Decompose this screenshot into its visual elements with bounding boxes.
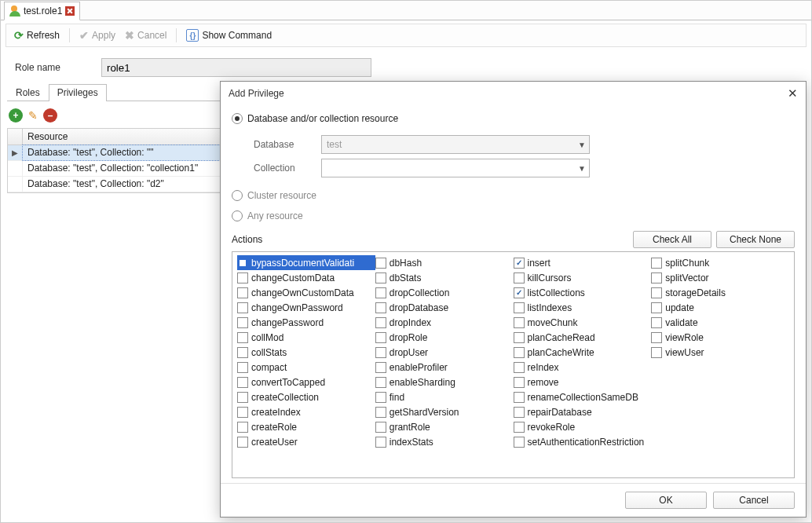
checkbox-icon (651, 287, 662, 298)
action-checkbox[interactable]: insert (514, 255, 652, 270)
action-checkbox[interactable]: repairDatabase (514, 404, 652, 419)
checkbox-icon (237, 317, 248, 328)
checkbox-icon (375, 347, 386, 358)
radio-cluster[interactable]: Cluster resource (232, 190, 795, 201)
action-checkbox[interactable]: changePassword (237, 315, 375, 330)
action-checkbox[interactable]: createIndex (237, 404, 375, 419)
action-checkbox[interactable]: moveChunk (514, 315, 652, 330)
action-checkbox[interactable]: bypassDocumentValidati (237, 255, 375, 270)
action-checkbox[interactable]: collStats (237, 345, 375, 360)
database-combo[interactable]: test ▼ (321, 135, 590, 154)
action-checkbox[interactable]: storageDetails (651, 285, 789, 300)
action-checkbox[interactable]: listIndexes (514, 300, 652, 315)
collection-combo[interactable]: ▼ (321, 159, 590, 177)
action-checkbox[interactable]: changeOwnPassword (237, 300, 375, 315)
checkbox-icon (375, 437, 386, 448)
checkbox-icon (237, 437, 248, 448)
edit-privilege-button[interactable]: ✎ (26, 108, 40, 123)
check-none-button[interactable]: Check None (716, 231, 795, 248)
action-checkbox[interactable]: createUser (237, 434, 375, 449)
actions-label: Actions (232, 234, 262, 245)
check-all-button[interactable]: Check All (633, 231, 711, 248)
action-label: moveChunk (528, 317, 578, 328)
refresh-button[interactable]: ⟳ Refresh (11, 27, 63, 43)
action-checkbox[interactable]: dropDatabase (375, 300, 514, 315)
action-checkbox[interactable]: viewRole (651, 330, 789, 345)
dialog-footer: OK Cancel (221, 483, 806, 517)
action-checkbox[interactable]: viewUser (651, 345, 789, 360)
action-checkbox[interactable]: createRole (237, 419, 375, 434)
action-checkbox[interactable]: dbStats (375, 270, 514, 285)
action-label: changeCustomData (251, 272, 335, 283)
action-checkbox[interactable]: dropCollection (375, 285, 514, 300)
checkbox-icon (375, 332, 386, 343)
action-label: compact (251, 362, 287, 373)
action-checkbox[interactable]: splitVector (651, 270, 789, 285)
row-indicator (8, 161, 23, 176)
action-label: createRole (251, 422, 297, 433)
row-indicator: ▶ (8, 145, 23, 160)
action-checkbox[interactable]: convertToCapped (237, 375, 375, 390)
checkbox-icon (514, 272, 525, 283)
checkbox-icon (375, 392, 386, 403)
checkbox-icon (514, 302, 525, 313)
action-checkbox[interactable]: killCursors (514, 270, 652, 285)
file-tab[interactable]: test.role1 (4, 2, 80, 20)
action-checkbox[interactable]: enableProfiler (375, 360, 514, 375)
action-checkbox[interactable]: indexStats (375, 434, 514, 449)
cancel-dialog-button[interactable]: Cancel (713, 492, 795, 509)
ok-button[interactable]: OK (625, 492, 707, 509)
action-checkbox[interactable]: splitChunk (651, 255, 789, 270)
tab-privileges[interactable]: Privileges (49, 84, 107, 101)
action-checkbox[interactable]: planCacheWrite (514, 345, 652, 360)
file-tab-label: test.role1 (24, 5, 62, 16)
action-checkbox[interactable]: compact (237, 360, 375, 375)
dirty-close-icon[interactable] (65, 6, 75, 16)
action-checkbox[interactable]: dropIndex (375, 315, 514, 330)
action-label: dropUser (390, 347, 428, 358)
action-checkbox[interactable]: update (651, 300, 789, 315)
role-name-input[interactable] (101, 58, 371, 77)
action-checkbox[interactable]: grantRole (375, 419, 514, 434)
action-label: revokeRole (528, 422, 576, 433)
add-privilege-dialog: Add Privilege ✕ Database and/or collecti… (220, 81, 807, 518)
action-checkbox[interactable]: enableSharding (375, 375, 514, 390)
action-checkbox[interactable]: reIndex (514, 360, 652, 375)
action-checkbox[interactable]: createCollection (237, 390, 375, 404)
dialog-close-button[interactable]: ✕ (776, 86, 798, 101)
action-checkbox[interactable]: validate (651, 315, 789, 330)
action-checkbox[interactable]: changeCustomData (237, 270, 375, 285)
action-checkbox[interactable]: changeOwnCustomData (237, 285, 375, 300)
cancel-button[interactable]: ✖ Cancel (122, 27, 170, 43)
tab-roles[interactable]: Roles (7, 84, 49, 101)
action-label: planCacheRead (528, 332, 595, 343)
action-checkbox[interactable]: listCollections (514, 285, 652, 300)
action-checkbox[interactable]: dropRole (375, 330, 514, 345)
show-command-button[interactable]: {} Show Command (183, 27, 275, 43)
action-checkbox[interactable]: renameCollectionSameDB (514, 390, 652, 404)
checkbox-icon (237, 362, 248, 373)
action-checkbox[interactable]: find (375, 390, 514, 404)
action-label: changePassword (251, 317, 324, 328)
action-label: changeOwnPassword (251, 302, 343, 313)
action-checkbox[interactable]: planCacheRead (514, 330, 652, 345)
radio-icon (232, 113, 243, 124)
radio-any[interactable]: Any resource (232, 210, 795, 221)
dialog-title: Add Privilege (229, 88, 284, 99)
action-label: listIndexes (528, 302, 572, 313)
action-checkbox[interactable]: remove (514, 375, 652, 390)
action-checkbox[interactable]: dbHash (375, 255, 514, 270)
action-checkbox[interactable]: collMod (237, 330, 375, 345)
action-checkbox[interactable]: revokeRole (514, 419, 652, 434)
radio-dbcol[interactable]: Database and/or collection resource (232, 113, 795, 124)
separator (176, 28, 177, 42)
action-checkbox[interactable]: getShardVersion (375, 404, 514, 419)
action-checkbox[interactable]: setAuthenticationRestriction (514, 434, 652, 449)
apply-button[interactable]: ✔ Apply (76, 27, 119, 43)
delete-privilege-button[interactable]: – (43, 108, 57, 123)
checkbox-icon (237, 332, 248, 343)
dbcol-form: Database test ▼ Collection ▼ (254, 130, 795, 182)
add-privilege-button[interactable]: + (9, 108, 23, 123)
action-label: dbHash (390, 258, 422, 269)
action-checkbox[interactable]: dropUser (375, 345, 514, 360)
